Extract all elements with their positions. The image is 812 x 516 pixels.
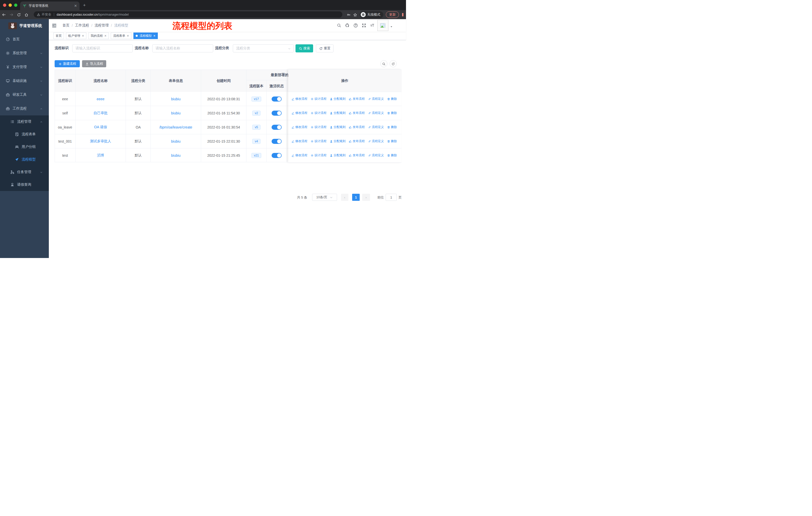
action-设计流程[interactable]: 设计流程 <box>311 97 326 101</box>
action-分配规则[interactable]: 分配规则 <box>330 153 346 158</box>
cell-form-info[interactable]: biubiu <box>151 92 201 106</box>
new-tab-button[interactable]: + <box>83 3 86 7</box>
active-toggle[interactable] <box>271 125 282 130</box>
active-toggle[interactable] <box>271 97 282 102</box>
fontsize-icon[interactable] <box>370 23 375 28</box>
action-设计流程[interactable]: 设计流程 <box>311 125 326 129</box>
tag-我的流程[interactable]: 我的流程✕ <box>88 32 109 39</box>
help-icon[interactable] <box>353 23 358 28</box>
active-toggle[interactable] <box>271 153 282 158</box>
action-修改流程[interactable]: 修改流程 <box>291 111 307 115</box>
filter-name-input[interactable]: 请输入流程名称 <box>152 44 213 52</box>
goto-page-input[interactable]: 1 <box>386 194 397 201</box>
fullscreen-icon[interactable] <box>362 23 366 28</box>
reset-button[interactable]: 重置 <box>316 44 334 52</box>
process-name-link[interactable]: 滔博 <box>97 153 104 158</box>
create-process-button[interactable]: 新建流程 <box>55 60 80 67</box>
cell-process-name[interactable]: 测试多审批人 <box>76 134 126 148</box>
action-删除[interactable]: 删除 <box>387 139 397 143</box>
process-name-link[interactable]: eeee <box>97 97 105 101</box>
sidebar-item-3[interactable]: 支付管理 <box>0 60 49 74</box>
process-name-link[interactable]: 测试多审批人 <box>90 139 111 144</box>
sidebar-item-2[interactable]: 系统管理 <box>0 46 49 60</box>
action-分配规则[interactable]: 分配规则 <box>330 139 346 143</box>
search-icon[interactable] <box>337 23 341 28</box>
form-info-link[interactable]: /bpm/oa/leave/create <box>159 125 192 129</box>
caret-down-icon[interactable] <box>390 24 393 29</box>
action-分配规则[interactable]: 分配规则 <box>330 97 346 101</box>
breadcrumb-item[interactable]: 流程管理 <box>95 23 109 28</box>
process-name-link[interactable]: 自己审批 <box>94 111 108 115</box>
cell-active-status[interactable] <box>266 134 287 148</box>
address-bar[interactable]: 不安全 dashboard.yudao.iocoder.cn /bpm/mana… <box>34 11 342 18</box>
window-close-button[interactable] <box>3 3 6 7</box>
tab-close-icon[interactable]: ✕ <box>74 4 77 8</box>
action-流程定义[interactable]: 流程定义 <box>368 139 384 143</box>
action-修改流程[interactable]: 修改流程 <box>291 139 307 143</box>
sidebar-item-9[interactable]: 用户分组 <box>0 141 49 153</box>
cell-process-name[interactable]: 滔博 <box>76 148 126 162</box>
sidebar-item-6[interactable]: 工作流程 <box>0 102 49 115</box>
tag-首页[interactable]: 首页 <box>53 32 64 39</box>
action-分配规则[interactable]: 分配规则 <box>330 125 346 129</box>
cell-form-info[interactable]: biubiu <box>151 148 201 162</box>
action-发布流程[interactable]: 发布流程 <box>349 97 365 101</box>
cell-process-name[interactable]: 自己审批 <box>76 106 126 120</box>
breadcrumb-item[interactable]: 工作流程 <box>75 23 89 28</box>
not-secure-warning[interactable]: 不安全 <box>37 12 51 17</box>
tag-流程表单[interactable]: 流程表单✕ <box>111 32 131 39</box>
sidebar-item-10[interactable]: 流程模型 <box>0 153 49 166</box>
window-zoom-button[interactable] <box>14 3 18 7</box>
page-size-select[interactable]: 10条/页 <box>312 194 337 201</box>
sidebar-item-11[interactable]: 任务管理 <box>0 166 49 179</box>
forward-icon[interactable] <box>7 12 15 17</box>
tag-close-icon[interactable]: ✕ <box>82 34 84 37</box>
chrome-menu-icon[interactable]: ●●● <box>402 13 404 16</box>
app-logo-row[interactable]: 芋道管理系统 <box>0 19 49 32</box>
prev-page-button[interactable]: ‹ <box>341 194 348 201</box>
action-删除[interactable]: 删除 <box>387 153 397 158</box>
form-info-link[interactable]: biubiu <box>171 154 180 158</box>
filter-id-input[interactable]: 请输入流程标识 <box>72 44 133 52</box>
cell-form-info[interactable]: biubiu <box>151 106 201 120</box>
action-设计流程[interactable]: 设计流程 <box>311 139 326 143</box>
action-发布流程[interactable]: 发布流程 <box>349 153 365 158</box>
action-发布流程[interactable]: 发布流程 <box>349 139 365 143</box>
tag-租户管理[interactable]: 租户管理✕ <box>66 32 86 39</box>
refresh-table-button[interactable] <box>389 60 397 67</box>
tag-流程模型[interactable]: 流程模型✕ <box>134 32 158 39</box>
sidebar-item-1[interactable]: 首页 <box>0 32 49 46</box>
window-minimize-button[interactable] <box>8 3 12 7</box>
form-info-link[interactable]: biubiu <box>171 97 180 101</box>
tag-close-icon[interactable]: ✕ <box>126 34 129 37</box>
action-流程定义[interactable]: 流程定义 <box>368 125 384 129</box>
action-设计流程[interactable]: 设计流程 <box>311 153 326 158</box>
sidebar-item-8[interactable]: 流程表单 <box>0 128 49 141</box>
cell-form-info[interactable]: biubiu <box>151 134 201 148</box>
sidebar-item-7[interactable]: 流程管理 <box>0 115 49 128</box>
action-设计流程[interactable]: 设计流程 <box>311 111 326 115</box>
action-流程定义[interactable]: 流程定义 <box>368 111 384 115</box>
action-修改流程[interactable]: 修改流程 <box>291 153 307 158</box>
cell-active-status[interactable] <box>266 106 287 120</box>
action-删除[interactable]: 删除 <box>387 97 397 101</box>
chrome-update-button[interactable]: 更新 <box>386 11 399 18</box>
avatar[interactable] <box>377 20 388 31</box>
process-name-link[interactable]: OA 请假 <box>94 125 107 130</box>
active-toggle[interactable] <box>271 139 282 144</box>
form-info-link[interactable]: biubiu <box>171 111 180 115</box>
cell-process-name[interactable]: OA 请假 <box>76 120 126 134</box>
github-icon[interactable] <box>345 23 350 28</box>
action-流程定义[interactable]: 流程定义 <box>368 153 384 158</box>
action-删除[interactable]: 删除 <box>387 111 397 115</box>
home-icon[interactable] <box>23 12 30 17</box>
action-删除[interactable]: 删除 <box>387 125 397 129</box>
action-分配规则[interactable]: 分配规则 <box>330 111 346 115</box>
tag-close-icon[interactable]: ✕ <box>153 34 155 37</box>
next-page-button[interactable]: › <box>362 194 370 201</box>
filter-category-select[interactable]: 流程分类 <box>233 44 294 52</box>
cell-active-status[interactable] <box>266 148 287 162</box>
back-icon[interactable] <box>0 12 7 17</box>
sidebar-item-5[interactable]: 研发工具 <box>0 88 49 102</box>
action-发布流程[interactable]: 发布流程 <box>349 125 365 129</box>
